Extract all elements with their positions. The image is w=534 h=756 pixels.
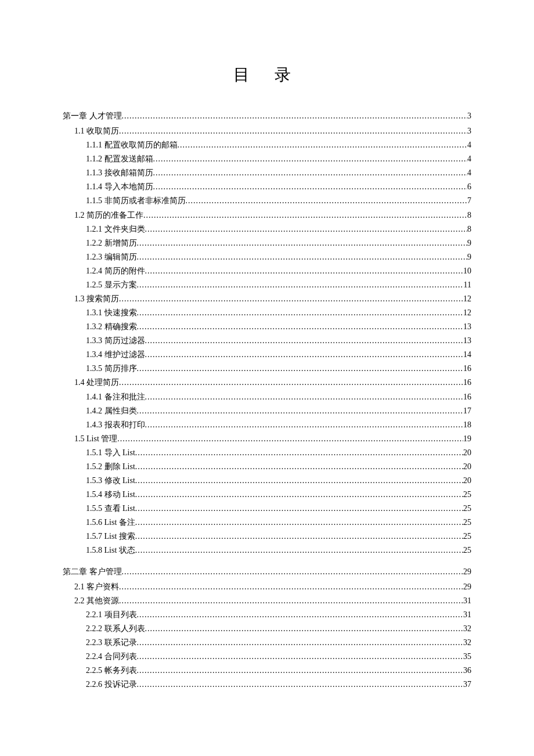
toc-entry[interactable]: 1.3.3 简历过滤器13 xyxy=(63,334,471,348)
toc-dots xyxy=(119,376,463,390)
toc-dots xyxy=(135,474,463,488)
toc-entry[interactable]: 1.3.4 维护过滤器14 xyxy=(63,348,471,362)
toc-entry-label: 2.2.2 联系人列表 xyxy=(86,622,145,636)
toc-entry-page: 14 xyxy=(463,348,471,362)
toc-dots xyxy=(145,622,464,636)
toc-entry-label: 1.1.5 非简历或者非标准简历 xyxy=(86,194,186,208)
toc-entry[interactable]: 2.1 客户资料29 xyxy=(63,580,471,594)
toc-entry-page: 7 xyxy=(467,194,471,208)
toc-entry-page: 4 xyxy=(467,138,471,152)
toc-entry-page: 25 xyxy=(463,488,471,502)
toc-entry-page: 25 xyxy=(463,543,471,557)
toc-dots xyxy=(137,236,468,250)
toc-entry-label: 1.3.3 简历过滤器 xyxy=(86,334,145,348)
toc-entry-page: 20 xyxy=(463,474,471,488)
toc-dots xyxy=(117,432,463,446)
toc-entry[interactable]: 1.5.1 导入 List20 xyxy=(63,446,471,460)
toc-entry-label: 2.2.5 帐务列表 xyxy=(86,664,137,678)
toc-entry[interactable]: 2.2.6 投诉记录37 xyxy=(63,678,471,692)
toc-entry[interactable]: 1.2 简历的准备工作8 xyxy=(63,208,471,222)
toc-entry[interactable]: 1.4.2 属性归类17 xyxy=(63,404,471,418)
toc-entry-label: 1.1.4 导入本地简历 xyxy=(86,180,153,194)
toc-dots xyxy=(145,264,464,278)
toc-entry-page: 36 xyxy=(463,664,471,678)
toc-entry[interactable]: 1.3.1 快速搜索12 xyxy=(63,306,471,320)
toc-dots xyxy=(137,650,464,664)
toc-entry[interactable]: 1.2.4 简历的附件10 xyxy=(63,264,471,278)
toc-entry[interactable]: 1.3 搜索简历12 xyxy=(63,292,471,306)
toc-entry[interactable]: 1.5.5 查看 List25 xyxy=(63,502,471,516)
toc-dots xyxy=(135,543,463,557)
toc-entry[interactable]: 1.1.2 配置发送邮箱4 xyxy=(63,152,471,166)
toc-entry-page: 35 xyxy=(463,650,471,664)
toc-dots xyxy=(119,292,463,306)
toc-entry-page: 8 xyxy=(467,222,471,236)
toc-entry[interactable]: 1.5.4 移动 List25 xyxy=(63,488,471,502)
toc-entry[interactable]: 1.2.1 文件夹归类8 xyxy=(63,222,471,236)
toc-entry[interactable]: 2.2.5 帐务列表36 xyxy=(63,664,471,678)
toc-entry-label: 1.4.3 报表和打印 xyxy=(86,418,145,432)
toc-entry[interactable]: 1.2.3 编辑简历9 xyxy=(63,250,471,264)
toc-entry-page: 4 xyxy=(467,152,471,166)
toc-entry[interactable]: 1.1.3 接收邮箱简历4 xyxy=(63,166,471,180)
toc-page: 目 录 第一章 人才管理31.1 收取简历31.1.1 配置收取简历的邮箱41.… xyxy=(0,0,534,738)
toc-entry[interactable]: 1.4.3 报表和打印18 xyxy=(63,418,471,432)
toc-entry[interactable]: 2.2 其他资源31 xyxy=(63,594,471,608)
toc-entry[interactable]: 2.2.2 联系人列表32 xyxy=(63,622,471,636)
toc-title: 目 录 xyxy=(63,64,471,86)
toc-entry-label: 1.4 处理简历 xyxy=(74,376,119,390)
toc-entry[interactable]: 1.3.2 精确搜索13 xyxy=(63,320,471,334)
toc-entry-page: 16 xyxy=(463,376,471,390)
toc-dots xyxy=(137,250,468,264)
toc-dots xyxy=(122,565,464,579)
toc-entry[interactable]: 1.5.6 List 备注25 xyxy=(63,516,471,530)
toc-entry[interactable]: 1.5.7 List 搜索25 xyxy=(63,530,471,543)
toc-entry-label: 1.5 List 管理 xyxy=(74,432,117,446)
toc-entry-page: 31 xyxy=(463,608,471,622)
toc-entry[interactable]: 1.5.8 List 状态25 xyxy=(63,543,471,557)
toc-entry-label: 1.5.3 修改 List xyxy=(86,474,135,488)
toc-entry-page: 6 xyxy=(467,180,471,194)
toc-entry[interactable]: 2.2.4 合同列表35 xyxy=(63,650,471,664)
toc-entry[interactable]: 2.2.1 项目列表31 xyxy=(63,608,471,622)
toc-entry[interactable]: 1.3.5 简历排序16 xyxy=(63,362,471,376)
toc-entry-page: 25 xyxy=(463,516,471,530)
toc-dots xyxy=(153,166,468,180)
toc-entry-label: 1.1 收取简历 xyxy=(74,124,119,138)
toc-dots xyxy=(143,208,467,222)
toc-entry[interactable]: 第二章 客户管理29 xyxy=(63,565,471,579)
toc-entry-page: 13 xyxy=(463,334,471,348)
toc-entry[interactable]: 1.5 List 管理19 xyxy=(63,432,471,446)
toc-entry-label: 2.2 其他资源 xyxy=(74,594,119,608)
toc-dots xyxy=(119,124,467,138)
toc-entry[interactable]: 1.5.3 修改 List20 xyxy=(63,474,471,488)
toc-entry-label: 2.2.4 合同列表 xyxy=(86,650,137,664)
toc-entry-label: 1.5.4 移动 List xyxy=(86,488,135,502)
toc-entry-page: 19 xyxy=(463,432,471,446)
toc-entry[interactable]: 2.2.3 联系记录32 xyxy=(63,636,471,650)
toc-entry[interactable]: 1.1.1 配置收取简历的邮箱4 xyxy=(63,138,471,152)
toc-entry-page: 32 xyxy=(463,622,471,636)
toc-entry-label: 第二章 客户管理 xyxy=(63,565,122,579)
toc-entry-page: 16 xyxy=(463,390,471,404)
toc-entry[interactable]: 第一章 人才管理3 xyxy=(63,109,471,123)
toc-entry[interactable]: 1.2.5 显示方案11 xyxy=(63,278,471,292)
toc-dots xyxy=(145,418,464,432)
toc-dots xyxy=(137,320,464,334)
toc-entry-label: 1.3.2 精确搜索 xyxy=(86,320,137,334)
toc-entry[interactable]: 1.1 收取简历3 xyxy=(63,124,471,138)
toc-entry-label: 2.2.1 项目列表 xyxy=(86,608,137,622)
toc-dots xyxy=(145,334,464,348)
toc-entry[interactable]: 1.2.2 新增简历9 xyxy=(63,236,471,250)
toc-entry[interactable]: 1.4.1 备注和批注16 xyxy=(63,390,471,404)
toc-entry[interactable]: 1.4 处理简历16 xyxy=(63,376,471,390)
toc-entry[interactable]: 1.1.5 非简历或者非标准简历7 xyxy=(63,194,471,208)
toc-entry-label: 1.2.2 新增简历 xyxy=(86,236,137,250)
toc-entry-page: 9 xyxy=(467,236,471,250)
toc-dots xyxy=(122,109,468,123)
toc-entry[interactable]: 1.5.2 删除 List20 xyxy=(63,460,471,474)
toc-entry[interactable]: 1.1.4 导入本地简历6 xyxy=(63,180,471,194)
toc-entry-label: 1.3.5 简历排序 xyxy=(86,362,137,376)
toc-entry-label: 1.1.2 配置发送邮箱 xyxy=(86,152,153,166)
toc-entry-page: 4 xyxy=(467,166,471,180)
